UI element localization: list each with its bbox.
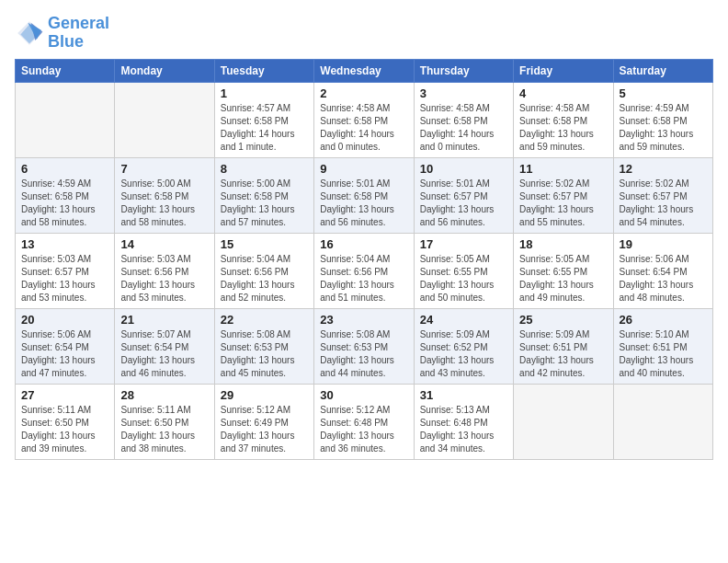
day-info: Sunrise: 5:04 AMSunset: 6:56 PMDaylight:…	[221, 253, 308, 304]
day-info: Sunrise: 5:02 AMSunset: 6:57 PMDaylight:…	[620, 178, 707, 229]
calendar-cell: 31Sunrise: 5:13 AMSunset: 6:48 PMDayligh…	[414, 384, 513, 459]
day-number: 28	[120, 388, 208, 402]
day-info: Sunrise: 5:06 AMSunset: 6:54 PMDaylight:…	[620, 253, 707, 304]
calendar-cell: 20Sunrise: 5:06 AMSunset: 6:54 PMDayligh…	[16, 308, 115, 384]
calendar-cell: 19Sunrise: 5:06 AMSunset: 6:54 PMDayligh…	[613, 233, 712, 308]
day-number: 5	[620, 86, 707, 100]
calendar-cell: 11Sunrise: 5:02 AMSunset: 6:57 PMDayligh…	[514, 157, 613, 233]
day-info: Sunrise: 4:58 AMSunset: 6:58 PMDaylight:…	[420, 102, 507, 154]
day-info: Sunrise: 4:57 AMSunset: 6:58 PMDaylight:…	[221, 102, 308, 154]
calendar-cell: 9Sunrise: 5:01 AMSunset: 6:58 PMDaylight…	[314, 157, 414, 233]
weekday-header-monday: Monday	[115, 59, 214, 82]
calendar-cell: 7Sunrise: 5:00 AMSunset: 6:58 PMDaylight…	[115, 157, 214, 233]
day-number: 26	[620, 313, 707, 327]
calendar-cell: 28Sunrise: 5:11 AMSunset: 6:50 PMDayligh…	[115, 384, 214, 459]
day-info: Sunrise: 5:13 AMSunset: 6:48 PMDaylight:…	[420, 404, 507, 455]
day-info: Sunrise: 4:58 AMSunset: 6:58 PMDaylight:…	[519, 102, 607, 154]
weekday-header-tuesday: Tuesday	[214, 59, 313, 82]
day-number: 22	[221, 313, 308, 327]
weekday-header-saturday: Saturday	[613, 59, 712, 82]
day-info: Sunrise: 5:09 AMSunset: 6:52 PMDaylight:…	[420, 328, 507, 380]
day-number: 18	[519, 237, 607, 251]
day-number: 20	[21, 313, 108, 327]
day-number: 31	[420, 388, 507, 402]
calendar-cell: 26Sunrise: 5:10 AMSunset: 6:51 PMDayligh…	[613, 308, 712, 384]
week-row-5: 27Sunrise: 5:11 AMSunset: 6:50 PMDayligh…	[16, 384, 713, 459]
calendar-cell: 1Sunrise: 4:57 AMSunset: 6:58 PMDaylight…	[214, 82, 313, 157]
logo-icon	[15, 18, 44, 48]
day-info: Sunrise: 5:06 AMSunset: 6:54 PMDaylight:…	[21, 328, 108, 380]
day-number: 15	[221, 237, 308, 251]
day-number: 4	[519, 86, 607, 100]
day-info: Sunrise: 4:59 AMSunset: 6:58 PMDaylight:…	[21, 178, 108, 229]
calendar-cell: 13Sunrise: 5:03 AMSunset: 6:57 PMDayligh…	[16, 233, 115, 308]
calendar-cell: 5Sunrise: 4:59 AMSunset: 6:58 PMDaylight…	[613, 82, 712, 157]
day-number: 7	[120, 162, 208, 176]
day-number: 11	[519, 162, 607, 176]
day-number: 24	[420, 313, 507, 327]
day-info: Sunrise: 5:00 AMSunset: 6:58 PMDaylight:…	[120, 178, 208, 229]
calendar-cell: 29Sunrise: 5:12 AMSunset: 6:49 PMDayligh…	[214, 384, 313, 459]
day-info: Sunrise: 5:07 AMSunset: 6:54 PMDaylight:…	[120, 328, 208, 380]
day-info: Sunrise: 5:01 AMSunset: 6:58 PMDaylight:…	[320, 178, 407, 229]
day-info: Sunrise: 5:02 AMSunset: 6:57 PMDaylight:…	[519, 178, 607, 229]
calendar-cell: 3Sunrise: 4:58 AMSunset: 6:58 PMDaylight…	[414, 82, 513, 157]
week-row-2: 6Sunrise: 4:59 AMSunset: 6:58 PMDaylight…	[16, 157, 713, 233]
day-info: Sunrise: 5:10 AMSunset: 6:51 PMDaylight:…	[620, 328, 707, 380]
logo: General Blue	[15, 15, 109, 52]
page-header: General Blue	[15, 15, 713, 52]
calendar-cell	[613, 384, 712, 459]
day-info: Sunrise: 5:05 AMSunset: 6:55 PMDaylight:…	[420, 253, 507, 304]
calendar-cell: 23Sunrise: 5:08 AMSunset: 6:53 PMDayligh…	[314, 308, 414, 384]
day-info: Sunrise: 5:08 AMSunset: 6:53 PMDaylight:…	[320, 328, 407, 380]
calendar-cell	[16, 82, 115, 157]
day-number: 6	[21, 162, 108, 176]
calendar-cell: 27Sunrise: 5:11 AMSunset: 6:50 PMDayligh…	[16, 384, 115, 459]
week-row-3: 13Sunrise: 5:03 AMSunset: 6:57 PMDayligh…	[16, 233, 713, 308]
calendar-cell: 16Sunrise: 5:04 AMSunset: 6:56 PMDayligh…	[314, 233, 414, 308]
calendar-cell: 12Sunrise: 5:02 AMSunset: 6:57 PMDayligh…	[613, 157, 712, 233]
weekday-header-sunday: Sunday	[16, 59, 115, 82]
day-info: Sunrise: 5:08 AMSunset: 6:53 PMDaylight:…	[221, 328, 308, 380]
calendar-cell: 14Sunrise: 5:03 AMSunset: 6:56 PMDayligh…	[115, 233, 214, 308]
week-row-4: 20Sunrise: 5:06 AMSunset: 6:54 PMDayligh…	[16, 308, 713, 384]
day-number: 25	[519, 313, 607, 327]
day-info: Sunrise: 5:11 AMSunset: 6:50 PMDaylight:…	[120, 404, 208, 455]
day-info: Sunrise: 4:58 AMSunset: 6:58 PMDaylight:…	[320, 102, 407, 154]
day-number: 29	[221, 388, 308, 402]
week-row-1: 1Sunrise: 4:57 AMSunset: 6:58 PMDaylight…	[16, 82, 713, 157]
calendar-cell: 15Sunrise: 5:04 AMSunset: 6:56 PMDayligh…	[214, 233, 313, 308]
day-number: 1	[221, 86, 308, 100]
day-info: Sunrise: 5:03 AMSunset: 6:56 PMDaylight:…	[120, 253, 208, 304]
day-number: 16	[320, 237, 407, 251]
day-info: Sunrise: 5:12 AMSunset: 6:49 PMDaylight:…	[221, 404, 308, 455]
calendar-cell: 10Sunrise: 5:01 AMSunset: 6:57 PMDayligh…	[414, 157, 513, 233]
weekday-header-row: SundayMondayTuesdayWednesdayThursdayFrid…	[16, 59, 713, 82]
day-number: 9	[320, 162, 407, 176]
calendar-cell: 22Sunrise: 5:08 AMSunset: 6:53 PMDayligh…	[214, 308, 313, 384]
weekday-header-friday: Friday	[514, 59, 613, 82]
day-info: Sunrise: 5:05 AMSunset: 6:55 PMDaylight:…	[519, 253, 607, 304]
day-number: 14	[120, 237, 208, 251]
calendar-cell: 24Sunrise: 5:09 AMSunset: 6:52 PMDayligh…	[414, 308, 513, 384]
calendar-cell: 17Sunrise: 5:05 AMSunset: 6:55 PMDayligh…	[414, 233, 513, 308]
day-number: 17	[420, 237, 507, 251]
day-number: 13	[21, 237, 108, 251]
day-info: Sunrise: 5:12 AMSunset: 6:48 PMDaylight:…	[320, 404, 407, 455]
day-info: Sunrise: 5:11 AMSunset: 6:50 PMDaylight:…	[21, 404, 108, 455]
calendar-cell: 8Sunrise: 5:00 AMSunset: 6:58 PMDaylight…	[214, 157, 313, 233]
calendar-cell: 30Sunrise: 5:12 AMSunset: 6:48 PMDayligh…	[314, 384, 414, 459]
calendar-cell: 6Sunrise: 4:59 AMSunset: 6:58 PMDaylight…	[16, 157, 115, 233]
day-info: Sunrise: 5:09 AMSunset: 6:51 PMDaylight:…	[519, 328, 607, 380]
calendar-cell	[514, 384, 613, 459]
logo-text: General Blue	[48, 15, 109, 52]
calendar-cell: 4Sunrise: 4:58 AMSunset: 6:58 PMDaylight…	[514, 82, 613, 157]
calendar-cell: 21Sunrise: 5:07 AMSunset: 6:54 PMDayligh…	[115, 308, 214, 384]
day-info: Sunrise: 5:00 AMSunset: 6:58 PMDaylight:…	[221, 178, 308, 229]
day-number: 19	[620, 237, 707, 251]
calendar-cell: 2Sunrise: 4:58 AMSunset: 6:58 PMDaylight…	[314, 82, 414, 157]
day-info: Sunrise: 5:03 AMSunset: 6:57 PMDaylight:…	[21, 253, 108, 304]
calendar-cell: 18Sunrise: 5:05 AMSunset: 6:55 PMDayligh…	[514, 233, 613, 308]
day-info: Sunrise: 5:04 AMSunset: 6:56 PMDaylight:…	[320, 253, 407, 304]
weekday-header-thursday: Thursday	[414, 59, 513, 82]
